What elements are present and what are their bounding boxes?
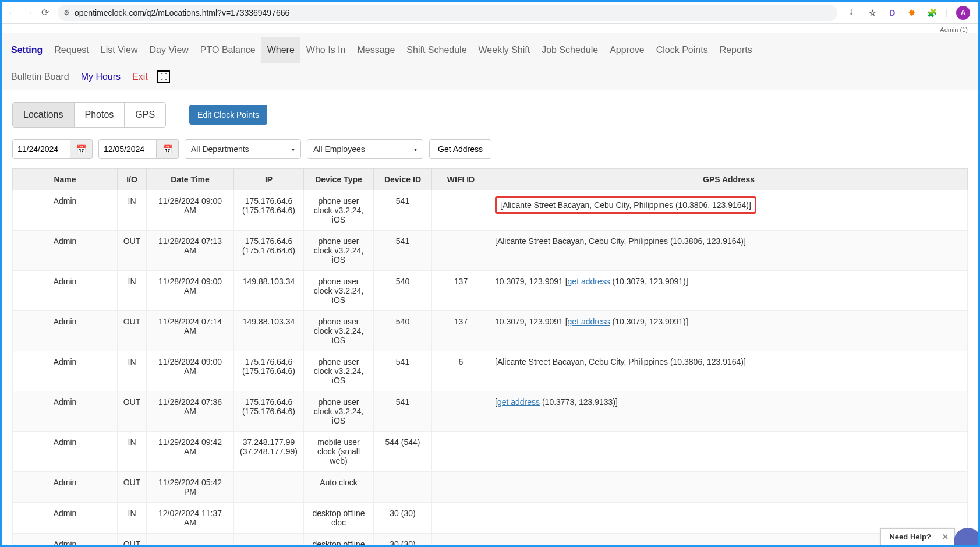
get-address-link[interactable]: get address (568, 317, 610, 326)
tab-my-hours[interactable]: My Hours (75, 63, 126, 90)
th-ip: IP (234, 169, 304, 190)
fullscreen-icon[interactable]: ⛶ (157, 70, 170, 83)
gps-text: [Alicante Street Bacayan, Cebu City, Phi… (495, 237, 746, 246)
install-app-icon[interactable]: ⤓ (848, 8, 858, 18)
gps-cell: 10.3079, 123.9091 [get address (10.3079,… (490, 271, 968, 311)
table-cell (432, 534, 490, 548)
department-dropdown[interactable]: All Departments (185, 139, 301, 159)
back-icon[interactable]: ← (6, 7, 18, 19)
edit-clock-points-button[interactable]: Edit Clock Points (189, 105, 267, 125)
content-area: Locations Photos GPS Edit Clock Points 📅… (2, 90, 978, 547)
table-cell: 11/29/2024 09:42 AM (147, 432, 234, 472)
department-selected: All Departments (191, 144, 249, 154)
date-from-calendar-icon[interactable]: 📅 (70, 139, 93, 159)
table-cell: Admin (13, 503, 118, 534)
gps-cell: [Alicante Street Bacayan, Cebu City, Phi… (490, 190, 968, 231)
subtab-photos[interactable]: Photos (75, 103, 125, 127)
table-cell: Admin (13, 472, 118, 503)
gps-text: 10.3079, 123.9091 [ (495, 277, 568, 286)
browser-actions: ⤓ ☆ D ✸ 🧩 | A (848, 6, 974, 20)
table-cell: 540 (374, 311, 432, 351)
employee-dropdown[interactable]: All Employees (307, 139, 423, 159)
help-label: Need Help? (889, 532, 931, 541)
date-from-group: 📅 (12, 139, 93, 159)
employee-selected: All Employees (313, 144, 365, 154)
tab-setting[interactable]: Setting (5, 37, 48, 63)
date-from-input[interactable] (12, 139, 70, 159)
help-close-icon[interactable]: ✕ (942, 532, 949, 541)
gps-text: (10.3773, 123.9133)] (540, 397, 618, 407)
table-cell: Admin (13, 351, 118, 391)
th-device-type: Device Type (304, 169, 374, 190)
tab-exit[interactable]: Exit (126, 63, 154, 90)
tab-shift-schedule[interactable]: Shift Schedule (401, 37, 472, 63)
table-cell (432, 432, 490, 472)
table-cell (234, 534, 304, 548)
table-row: AdminIN12/02/2024 11:37 AMdesktop offlin… (13, 503, 968, 534)
date-to-calendar-icon[interactable]: 📅 (157, 139, 179, 159)
table-cell: IN (118, 271, 147, 311)
tab-who-is-in[interactable]: Who Is In (300, 37, 352, 63)
reload-icon[interactable]: ⟳ (39, 7, 51, 19)
table-cell: 137 (432, 271, 490, 311)
table-cell: 541 (374, 231, 432, 271)
extension-bug-icon[interactable]: ✸ (906, 7, 918, 19)
table-cell: 541 (374, 190, 432, 231)
tab-bulletin-board[interactable]: Bulletin Board (5, 63, 75, 90)
forward-icon[interactable]: → (23, 7, 34, 19)
subtab-gps[interactable]: GPS (125, 103, 165, 127)
profile-avatar[interactable]: A (956, 6, 970, 20)
gps-cell: [Alicante Street Bacayan, Cebu City, Phi… (490, 231, 968, 271)
gps-cell: [get address (10.3773, 123.9133)] (490, 391, 968, 432)
table-cell: OUT (118, 231, 147, 271)
divider: | (946, 8, 948, 17)
site-settings-icon[interactable]: ⚙ (63, 9, 70, 17)
get-address-link[interactable]: get address (497, 397, 540, 407)
extension-d-icon[interactable]: D (886, 7, 898, 19)
tab-clock-points[interactable]: Clock Points (650, 37, 714, 63)
tab-day-view[interactable]: Day View (144, 37, 194, 63)
address-bar[interactable]: ⚙ opentimeclock.com/q2/mLocations.html?v… (58, 5, 837, 21)
tab-list-view[interactable]: List View (95, 37, 144, 63)
table-cell: Admin (13, 432, 118, 472)
gps-text: 10.3079, 123.9091 [ (495, 317, 568, 326)
tab-weekly-shift[interactable]: Weekly Shift (473, 37, 536, 63)
admin-count-label: Admin (1) (2, 24, 978, 33)
tab-job-schedule[interactable]: Job Schedule (536, 37, 604, 63)
tab-reports[interactable]: Reports (714, 37, 758, 63)
tab-where[interactable]: Where (261, 37, 300, 63)
gps-cell (490, 432, 968, 472)
table-cell: 11/28/2024 09:00 AM (147, 271, 234, 311)
table-row: AdminOUTdesktop offline cloc30 (30) (13, 534, 968, 548)
table-cell: Admin (13, 190, 118, 231)
table-cell: phone user clock v3.2.24, iOS (304, 271, 374, 311)
table-cell: Admin (13, 231, 118, 271)
gps-cell (490, 472, 968, 503)
table-row: AdminIN11/29/2024 09:42 AM37.248.177.99 … (13, 432, 968, 472)
table-cell: Admin (13, 534, 118, 548)
tab-request[interactable]: Request (48, 37, 95, 63)
date-to-input[interactable] (98, 139, 157, 159)
table-cell: 137 (432, 311, 490, 351)
table-cell (432, 391, 490, 432)
table-cell: 12/02/2024 11:37 AM (147, 503, 234, 534)
tab-message[interactable]: Message (351, 37, 401, 63)
table-cell: Admin (13, 311, 118, 351)
bookmark-star-icon[interactable]: ☆ (866, 7, 878, 19)
th-datetime: Date Time (147, 169, 234, 190)
extensions-puzzle-icon[interactable]: 🧩 (926, 7, 937, 19)
table-cell: IN (118, 351, 147, 391)
table-cell: 175.176.64.6 (175.176.64.6) (234, 190, 304, 231)
get-address-button[interactable]: Get Address (429, 139, 491, 159)
tab-pto-balance[interactable]: PTO Balance (194, 37, 261, 63)
table-cell: 149.88.103.34 (234, 271, 304, 311)
table-cell: phone user clock v3.2.24, iOS (304, 231, 374, 271)
table-row: AdminOUT11/28/2024 07:13 AM175.176.64.6 … (13, 231, 968, 271)
help-widget[interactable]: Need Help? ✕ (880, 528, 955, 545)
table-cell: IN (118, 190, 147, 231)
th-wifi-id: WIFI ID (432, 169, 490, 190)
get-address-link[interactable]: get address (568, 277, 610, 286)
subtab-locations[interactable]: Locations (13, 103, 75, 127)
tab-approve[interactable]: Approve (604, 37, 650, 63)
gps-text: [Alicante Street Bacayan, Cebu City, Phi… (495, 357, 746, 366)
